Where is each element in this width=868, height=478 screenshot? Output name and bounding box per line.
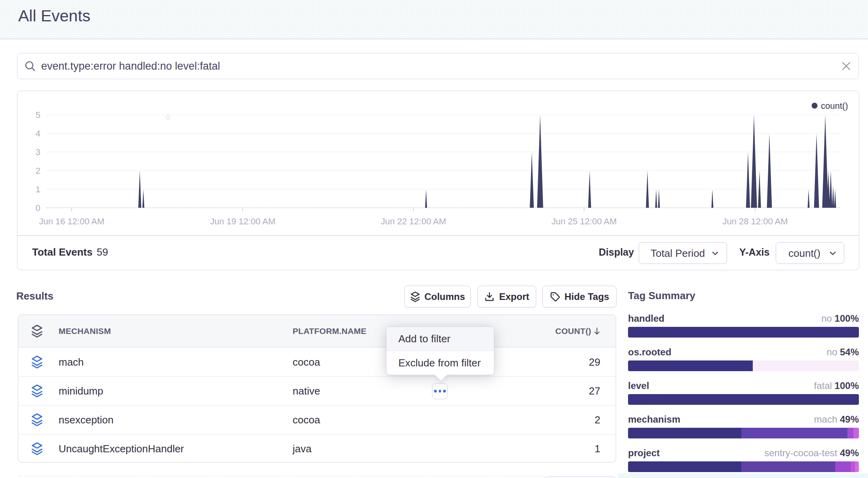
svg-text:4: 4	[36, 129, 40, 138]
svg-text:0: 0	[36, 203, 40, 213]
svg-text:count(): count()	[821, 101, 848, 111]
svg-text:3: 3	[36, 147, 40, 157]
svg-text:1: 1	[36, 184, 40, 194]
svg-text:Jun 28 12:00 AM: Jun 28 12:00 AM	[722, 216, 788, 226]
svg-text:Jun 22 12:00 AM: Jun 22 12:00 AM	[381, 216, 446, 226]
svg-text:5: 5	[36, 110, 40, 120]
svg-text:Jun 25 12:00 AM: Jun 25 12:00 AM	[551, 216, 617, 226]
svg-text:Jun 19 12:00 AM: Jun 19 12:00 AM	[210, 216, 275, 226]
svg-text:2: 2	[36, 166, 40, 176]
svg-text:Jun 16 12:00 AM: Jun 16 12:00 AM	[39, 216, 104, 226]
